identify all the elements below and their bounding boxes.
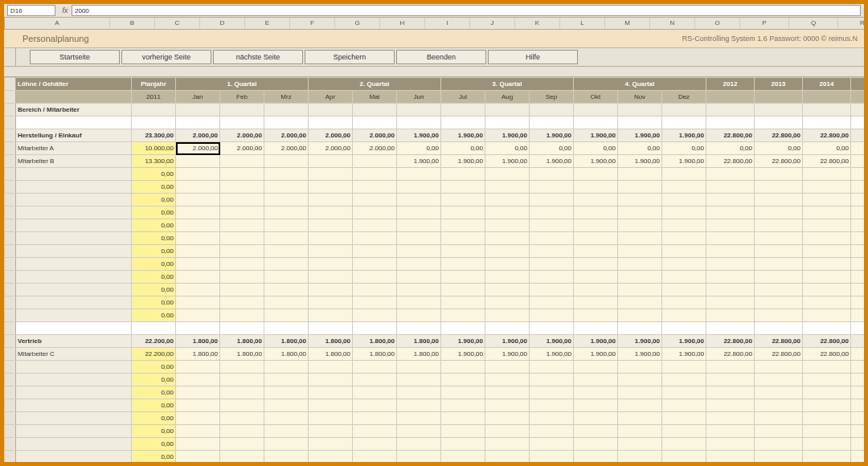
month-value[interactable] bbox=[176, 245, 220, 258]
month-value[interactable] bbox=[309, 374, 353, 386]
col-header[interactable]: N bbox=[650, 18, 695, 29]
year-value[interactable] bbox=[706, 374, 755, 386]
empty-label[interactable] bbox=[16, 386, 132, 399]
year-value[interactable] bbox=[706, 232, 755, 245]
month-value[interactable]: 2.000,00 bbox=[176, 142, 220, 155]
group-month-total[interactable]: 1.900,00 bbox=[574, 335, 618, 348]
month-value[interactable] bbox=[574, 245, 618, 258]
month-value[interactable] bbox=[618, 194, 662, 206]
month-value[interactable] bbox=[309, 194, 353, 206]
month-value[interactable] bbox=[618, 181, 662, 194]
month-value[interactable]: 0,00 bbox=[530, 142, 574, 155]
group-year-total[interactable]: 22.800,00 bbox=[803, 129, 851, 142]
year-value[interactable] bbox=[851, 258, 865, 271]
month-value[interactable] bbox=[530, 399, 574, 412]
year-value[interactable] bbox=[706, 386, 755, 399]
group-month-total[interactable]: 1.900,00 bbox=[574, 129, 618, 142]
month-value[interactable] bbox=[264, 181, 309, 194]
month-value[interactable] bbox=[618, 399, 662, 412]
month-value[interactable] bbox=[220, 296, 264, 309]
year-value[interactable]: 22.800,00 bbox=[755, 348, 803, 361]
month-value[interactable] bbox=[353, 258, 397, 271]
empty-label[interactable] bbox=[16, 194, 132, 206]
month-value[interactable] bbox=[176, 232, 220, 245]
month-value[interactable] bbox=[530, 296, 574, 309]
year-value[interactable] bbox=[706, 194, 755, 206]
plan-value[interactable]: 0,00 bbox=[132, 206, 176, 219]
year-value[interactable] bbox=[755, 168, 803, 181]
month-value[interactable] bbox=[574, 412, 618, 425]
month-value[interactable]: 0,00 bbox=[397, 142, 441, 155]
spreadsheet-grid[interactable]: Löhne / GehälterPlanjahr1. Quartal2. Qua… bbox=[4, 77, 864, 462]
month-value[interactable] bbox=[485, 438, 530, 451]
group-year-total[interactable]: 22.800,00 bbox=[706, 335, 755, 348]
year-value[interactable] bbox=[803, 219, 851, 232]
year-value[interactable] bbox=[803, 284, 851, 296]
plan-value[interactable]: 0,00 bbox=[132, 412, 176, 425]
month-value[interactable] bbox=[176, 309, 220, 322]
empty-label[interactable] bbox=[16, 296, 132, 309]
month-value[interactable] bbox=[618, 438, 662, 451]
month-value[interactable] bbox=[397, 245, 441, 258]
month-value[interactable] bbox=[176, 155, 220, 168]
month-value[interactable] bbox=[662, 258, 706, 271]
year-value[interactable] bbox=[706, 412, 755, 425]
month-value[interactable] bbox=[309, 438, 353, 451]
group-year-total[interactable]: 22.800,00 bbox=[755, 129, 803, 142]
month-value[interactable]: 0,00 bbox=[618, 142, 662, 155]
month-value[interactable] bbox=[397, 219, 441, 232]
month-value[interactable] bbox=[220, 245, 264, 258]
month-value[interactable] bbox=[309, 271, 353, 284]
month-value[interactable] bbox=[397, 412, 441, 425]
year-value[interactable] bbox=[755, 245, 803, 258]
year-value[interactable]: 0,00 bbox=[706, 142, 755, 155]
month-value[interactable] bbox=[618, 232, 662, 245]
year-value[interactable] bbox=[755, 296, 803, 309]
month-value[interactable] bbox=[530, 412, 574, 425]
empty-label[interactable] bbox=[16, 258, 132, 271]
month-value[interactable]: 1.900,00 bbox=[441, 348, 485, 361]
month-value[interactable]: 1.900,00 bbox=[662, 155, 706, 168]
month-value[interactable] bbox=[618, 284, 662, 296]
year-value[interactable]: 22.800 bbox=[851, 348, 865, 361]
month-value[interactable]: 1.900,00 bbox=[485, 155, 530, 168]
year-value[interactable] bbox=[803, 438, 851, 451]
month-value[interactable] bbox=[309, 309, 353, 322]
month-value[interactable]: 0,00 bbox=[441, 142, 485, 155]
year-value[interactable] bbox=[803, 258, 851, 271]
empty-label[interactable] bbox=[16, 412, 132, 425]
year-value[interactable] bbox=[755, 284, 803, 296]
year-value[interactable] bbox=[755, 451, 803, 463]
month-value[interactable] bbox=[309, 168, 353, 181]
year-value[interactable] bbox=[755, 181, 803, 194]
month-value[interactable] bbox=[176, 451, 220, 463]
year-value[interactable] bbox=[851, 309, 865, 322]
group-year-total[interactable]: 22.800 bbox=[851, 129, 865, 142]
empty-label[interactable] bbox=[16, 309, 132, 322]
month-value[interactable] bbox=[176, 206, 220, 219]
plan-value[interactable]: 0,00 bbox=[132, 361, 176, 374]
month-value[interactable] bbox=[530, 271, 574, 284]
prev-button[interactable]: vorherige Seite bbox=[121, 50, 211, 64]
group-month-total[interactable]: 1.900,00 bbox=[485, 129, 530, 142]
year-value[interactable] bbox=[803, 374, 851, 386]
year-value[interactable] bbox=[851, 284, 865, 296]
year-value[interactable] bbox=[706, 309, 755, 322]
month-value[interactable] bbox=[441, 361, 485, 374]
empty-label[interactable] bbox=[16, 374, 132, 386]
plan-value[interactable]: 0,00 bbox=[132, 425, 176, 438]
month-value[interactable] bbox=[397, 258, 441, 271]
month-value[interactable] bbox=[530, 194, 574, 206]
month-value[interactable] bbox=[485, 284, 530, 296]
month-value[interactable] bbox=[662, 181, 706, 194]
group-month-total[interactable]: 1.900,00 bbox=[662, 129, 706, 142]
save-button[interactable]: Speichern bbox=[305, 50, 395, 64]
plan-value[interactable]: 22.200,00 bbox=[132, 348, 176, 361]
month-value[interactable] bbox=[397, 271, 441, 284]
month-value[interactable] bbox=[441, 258, 485, 271]
month-value[interactable] bbox=[397, 309, 441, 322]
month-value[interactable] bbox=[441, 245, 485, 258]
month-value[interactable] bbox=[574, 374, 618, 386]
month-value[interactable] bbox=[485, 219, 530, 232]
month-value[interactable] bbox=[618, 168, 662, 181]
